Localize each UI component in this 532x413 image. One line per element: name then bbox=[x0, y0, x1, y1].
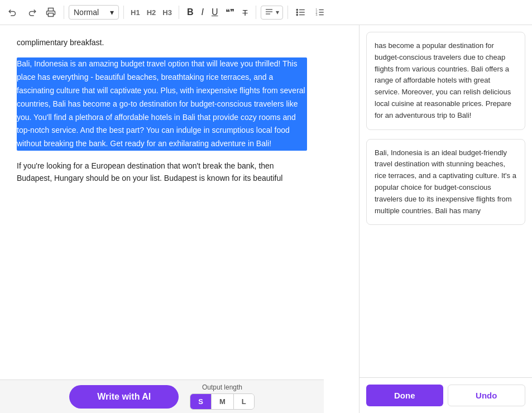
svg-point-7 bbox=[296, 9, 298, 10]
editor-area: complimentary breakfast. Bali, Indonesia… bbox=[0, 25, 359, 413]
bold-button[interactable]: B bbox=[184, 5, 197, 20]
format-select[interactable]: Normal ▾ bbox=[69, 5, 119, 20]
panel-actions: Done Undo bbox=[360, 377, 532, 413]
svg-rect-0 bbox=[49, 13, 54, 17]
suggestion-card-2-text: Bali, Indonesia is an ideal budget-frien… bbox=[375, 147, 517, 217]
list-buttons: 1.2.3. bbox=[293, 5, 328, 20]
highlighted-text: Bali, Indonesia is an amazing budget tra… bbox=[17, 57, 307, 151]
output-length-section: Output length S M L bbox=[190, 383, 254, 410]
suggestion-card-2: Bali, Indonesia is an ideal budget-frien… bbox=[366, 139, 525, 225]
separator-2 bbox=[123, 6, 124, 19]
suggestion-card-1: has become a popular destination for bud… bbox=[366, 32, 525, 130]
print-button[interactable] bbox=[42, 5, 59, 20]
separator-5 bbox=[287, 6, 288, 19]
editor-scroll[interactable]: complimentary breakfast. Bali, Indonesia… bbox=[0, 25, 359, 413]
right-panel: has become a popular destination for bud… bbox=[359, 25, 532, 413]
ordered-list-button[interactable]: 1.2.3. bbox=[311, 5, 328, 20]
separator-4 bbox=[256, 6, 256, 19]
h2-button[interactable]: H2 bbox=[145, 7, 159, 18]
bottom-bar: Write with AI Output length S M L bbox=[0, 380, 324, 413]
format-select-value: Normal bbox=[74, 8, 99, 17]
underline-button[interactable]: U bbox=[208, 5, 222, 20]
size-m-button[interactable]: M bbox=[212, 394, 234, 409]
right-panel-scroll[interactable]: has become a popular destination for bud… bbox=[360, 25, 532, 377]
align-chevron-icon: ▾ bbox=[276, 8, 279, 16]
redo-button[interactable] bbox=[23, 5, 40, 20]
size-s-button[interactable]: S bbox=[190, 394, 212, 409]
output-length-buttons: S M L bbox=[190, 393, 254, 410]
h3-button[interactable]: H3 bbox=[160, 7, 174, 18]
done-button[interactable]: Done bbox=[366, 385, 443, 406]
text-before-highlight: complimentary breakfast. bbox=[17, 36, 307, 49]
align-section[interactable]: ▾ bbox=[261, 6, 283, 20]
clear-format-button[interactable]: T bbox=[239, 5, 251, 20]
separator-1 bbox=[64, 6, 64, 19]
toolbar: Normal ▾ H1 H2 H3 B I U ❝❞ T ▾ 1.2.3. bbox=[0, 0, 532, 25]
text-after-highlight: If you're looking for a European destina… bbox=[17, 160, 307, 185]
editor-content: complimentary breakfast. Bali, Indonesia… bbox=[17, 36, 307, 185]
undo-button-panel[interactable]: Undo bbox=[448, 385, 526, 406]
main-container: complimentary breakfast. Bali, Indonesia… bbox=[0, 25, 532, 413]
italic-button[interactable]: I bbox=[198, 5, 207, 20]
svg-point-9 bbox=[296, 14, 298, 15]
align-icon bbox=[265, 7, 274, 18]
heading-buttons: H1 H2 H3 bbox=[128, 7, 174, 18]
svg-text:3.: 3. bbox=[315, 13, 318, 16]
suggestion-card-1-text: has become a popular destination for bud… bbox=[375, 40, 517, 122]
undo-button[interactable] bbox=[4, 5, 21, 20]
output-length-label: Output length bbox=[202, 383, 242, 391]
h1-button[interactable]: H1 bbox=[128, 7, 142, 18]
quote-button[interactable]: ❝❞ bbox=[222, 5, 238, 20]
write-ai-button[interactable]: Write with AI bbox=[69, 385, 179, 409]
size-l-button[interactable]: L bbox=[234, 394, 254, 409]
format-buttons: B I U ❝❞ T bbox=[184, 5, 251, 20]
chevron-down-icon: ▾ bbox=[110, 8, 114, 17]
unordered-list-button[interactable] bbox=[293, 5, 309, 20]
separator-3 bbox=[179, 6, 179, 19]
svg-point-8 bbox=[296, 12, 298, 13]
